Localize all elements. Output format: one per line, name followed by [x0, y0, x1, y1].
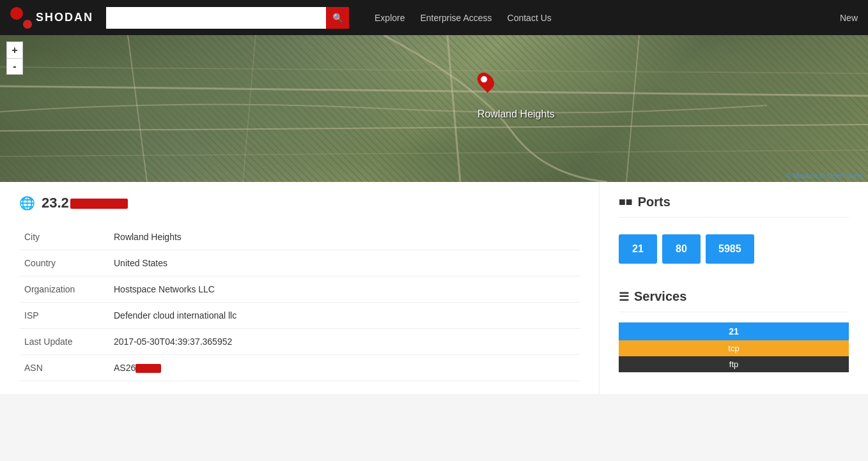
logo-circle-large [10, 7, 23, 20]
brand-logo[interactable]: SHODAN [10, 7, 93, 29]
svg-line-1 [0, 125, 868, 131]
field-value: Rowland Heights [109, 224, 580, 250]
map-container: + - Rowland Heights © Mapbox © OpenStree… [0, 35, 868, 182]
navbar: SHODAN 🔍 Explore Enterprise Access Conta… [0, 0, 868, 35]
main-content: 🌐 23.2 CityRowland HeightsCountryUnited … [0, 182, 868, 394]
table-row: ASNAS26 [19, 355, 580, 381]
services-title-text: Services [634, 289, 686, 304]
service-protocol-bar: tcp [619, 340, 849, 356]
field-label: Last Update [19, 329, 109, 355]
map-location-label: Rowland Heights [477, 109, 555, 120]
left-panel: 🌐 23.2 CityRowland HeightsCountryUnited … [0, 182, 600, 394]
svg-line-3 [447, 35, 460, 182]
field-label: Country [19, 250, 109, 276]
field-label: ASN [19, 355, 109, 381]
field-value: United States [109, 250, 580, 276]
table-row: CityRowland Heights [19, 224, 580, 250]
field-label: ISP [19, 303, 109, 329]
ip-header: 🌐 23.2 [19, 195, 580, 211]
port-badge[interactable]: 21 [619, 234, 657, 264]
table-row: CountryUnited States [19, 250, 580, 276]
svg-line-6 [0, 67, 868, 73]
info-table: CityRowland HeightsCountryUnited StatesO… [19, 224, 580, 381]
svg-line-2 [128, 35, 147, 182]
search-button[interactable]: 🔍 [326, 7, 349, 29]
svg-line-4 [626, 35, 639, 182]
zoom-in-button[interactable]: + [6, 42, 23, 58]
ip-prefix: 23.2 [42, 195, 69, 211]
search-bar: 🔍 [106, 7, 349, 29]
svg-line-0 [0, 86, 868, 96]
port-badge[interactable]: 5985 [706, 234, 754, 264]
ip-redacted-block [69, 195, 128, 211]
map-pin [479, 72, 493, 91]
nav-links: Explore Enterprise Access Contact Us [375, 13, 552, 23]
map-roads [0, 35, 868, 182]
services-icon: ☰ [619, 290, 629, 304]
services-section-title: ☰ Services [619, 289, 849, 312]
nav-contact[interactable]: Contact Us [508, 13, 552, 23]
field-value: 2017-05-30T04:39:37.365952 [109, 329, 580, 355]
map-attribution: © Mapbox © OpenStreet [786, 172, 863, 179]
services-container: 21tcpftp [619, 322, 849, 372]
services-section: ☰ Services 21tcpftp [619, 289, 849, 372]
service-card: 21tcpftp [619, 322, 849, 372]
field-label: Organization [19, 276, 109, 303]
map-background: + - Rowland Heights © Mapbox © OpenStree… [0, 35, 868, 182]
ports-container: 21805985 [619, 228, 849, 270]
svg-line-7 [0, 150, 868, 156]
globe-icon: 🌐 [19, 195, 35, 211]
ports-title-text: Ports [638, 195, 670, 209]
ports-section-title: ■■ Ports [619, 195, 849, 218]
field-value: Defender cloud international llc [109, 303, 580, 329]
ip-address: 23.2 [42, 195, 128, 211]
table-row: OrganizationHostspace Networks LLC [19, 276, 580, 303]
brand-name: SHODAN [36, 11, 93, 24]
asn-redacted [136, 364, 161, 373]
nav-explore[interactable]: Explore [375, 13, 405, 23]
zoom-out-button[interactable]: - [6, 58, 23, 75]
field-value: AS26 [109, 355, 580, 381]
search-input[interactable] [106, 7, 326, 29]
nav-new: New [840, 13, 858, 23]
right-panel: ■■ Ports 21805985 ☰ Services 21tcpftp [600, 182, 868, 394]
field-label: City [19, 224, 109, 250]
map-zoom-controls: + - [6, 42, 23, 75]
table-row: Last Update2017-05-30T04:39:37.365952 [19, 329, 580, 355]
table-row: ISPDefender cloud international llc [19, 303, 580, 329]
nav-enterprise[interactable]: Enterprise Access [420, 13, 492, 23]
logo-circle-small [23, 20, 32, 29]
logo-icon [10, 7, 32, 29]
svg-line-5 [243, 35, 256, 182]
search-icon: 🔍 [332, 13, 343, 23]
port-badge[interactable]: 80 [662, 234, 701, 264]
ports-icon: ■■ [619, 195, 633, 209]
service-name-bar: ftp [619, 356, 849, 372]
field-value: Hostspace Networks LLC [109, 276, 580, 303]
service-port-bar[interactable]: 21 [619, 322, 849, 340]
